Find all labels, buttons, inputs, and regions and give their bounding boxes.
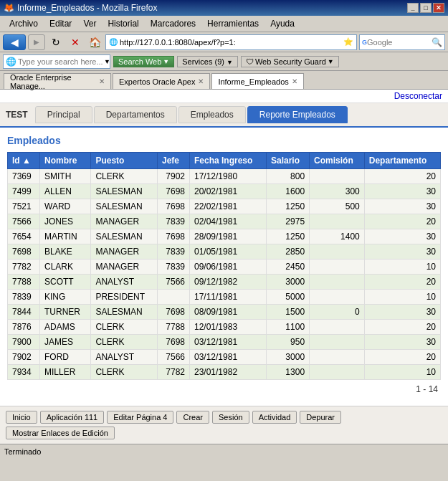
- google-search-input[interactable]: [367, 38, 432, 47]
- tab-departamentos[interactable]: Departamentos: [94, 106, 177, 123]
- tab-principal[interactable]: Principal: [35, 106, 92, 123]
- page-search-box[interactable]: 🌐 ▼: [3, 54, 110, 69]
- dev-btn-inicio[interactable]: Inicio: [6, 411, 37, 424]
- minimize-button[interactable]: _: [407, 3, 419, 13]
- table-cell: CLARK: [40, 259, 91, 275]
- status-text: Terminado: [4, 447, 41, 456]
- col-header-jefe[interactable]: Jefe: [158, 153, 190, 169]
- table-cell: [310, 169, 365, 184]
- table-cell: 7369: [8, 169, 40, 184]
- back-button[interactable]: ◀: [3, 34, 26, 50]
- table-cell: [310, 275, 365, 290]
- dev-btn-aplicación-111[interactable]: Aplicación 111: [40, 411, 105, 424]
- tab-oracle-enterprise-close[interactable]: ✕: [99, 77, 105, 85]
- search-web-button[interactable]: Search Web ▼: [113, 56, 174, 67]
- table-cell: JONES: [40, 214, 91, 229]
- dev-btn-depurar[interactable]: Depurar: [300, 411, 341, 424]
- page-search-input[interactable]: [18, 57, 104, 66]
- menubar-item-archivo[interactable]: Archivo: [4, 17, 44, 30]
- menubar: ArchivoEditarVerHistorialMarcadoresHerra…: [0, 16, 448, 32]
- table-cell: MARTIN: [40, 229, 91, 244]
- window-controls[interactable]: _ □ ✕: [407, 3, 444, 13]
- table-cell: SALESMAN: [91, 305, 158, 320]
- col-header-comision[interactable]: Comisión: [310, 153, 365, 169]
- table-cell: [310, 214, 365, 229]
- dev-btn-crear[interactable]: Crear: [176, 411, 209, 424]
- table-cell: 7698: [158, 335, 190, 350]
- table-cell: 2850: [266, 244, 309, 259]
- table-cell: 20: [364, 350, 440, 365]
- table-cell: 7782: [8, 259, 40, 275]
- table-cell: 7782: [158, 365, 190, 380]
- tab-expertos-oracle[interactable]: Expertos Oracle Apex ✕: [113, 73, 210, 89]
- url-icon: 🌐: [109, 38, 118, 46]
- content-area: Desconectar TEST Principal Departamentos…: [0, 90, 448, 444]
- table-cell: 7566: [158, 350, 190, 365]
- table-row: 7698BLAKEMANAGER783901/05/1981285030: [8, 244, 441, 259]
- tab-expertos-oracle-close[interactable]: ✕: [198, 77, 204, 85]
- services-button[interactable]: Services (9) ▼: [177, 56, 238, 67]
- tab-informe-empleados-close[interactable]: ✕: [292, 77, 297, 85]
- table-cell: 30: [364, 199, 440, 214]
- table-cell: 7698: [158, 305, 190, 320]
- maximize-button[interactable]: □: [420, 3, 432, 13]
- menubar-item-marcadores[interactable]: Marcadores: [145, 17, 201, 30]
- menubar-item-ver[interactable]: Ver: [77, 17, 102, 30]
- dev-btn-editar-página-4[interactable]: Editar Página 4: [107, 411, 173, 424]
- google-search-box[interactable]: G 🔍: [359, 34, 445, 50]
- table-cell: 950: [266, 335, 309, 350]
- col-header-puesto[interactable]: Puesto: [91, 153, 158, 169]
- table-cell: WARD: [40, 199, 91, 214]
- table-cell: 7876: [8, 320, 40, 335]
- table-cell: 3000: [266, 350, 309, 365]
- services-label: Services (9): [182, 57, 224, 66]
- table-cell: 7566: [8, 214, 40, 229]
- table-cell: 1250: [266, 229, 309, 244]
- table-cell: 7902: [158, 169, 190, 184]
- stop-button[interactable]: ✕: [67, 34, 84, 50]
- url-input[interactable]: [120, 38, 343, 47]
- forward-button[interactable]: ▶: [28, 34, 45, 50]
- col-header-id[interactable]: Id ▲: [8, 153, 40, 169]
- tab-oracle-enterprise[interactable]: Oracle Enterprise Manage... ✕: [4, 73, 111, 89]
- menubar-item-historial[interactable]: Historial: [102, 17, 144, 30]
- menubar-item-editar[interactable]: Editar: [44, 17, 77, 30]
- url-bar[interactable]: 🌐 ⭐: [105, 34, 357, 50]
- table-cell: 08/09/1981: [190, 305, 267, 320]
- home-button[interactable]: 🏠: [86, 34, 103, 50]
- dev-btn-actividad[interactable]: Actividad: [252, 411, 297, 424]
- table-cell: [158, 290, 190, 305]
- col-header-nombre[interactable]: Nombre: [40, 153, 91, 169]
- close-button[interactable]: ✕: [433, 3, 444, 13]
- security-label: Web Security Guard: [255, 57, 326, 66]
- tab-empleados[interactable]: Empleados: [178, 106, 246, 123]
- dev-btn-mostrar-enlaces-de-edición[interactable]: Mostrar Enlaces de Edición: [6, 427, 115, 439]
- window-title: 🦊 Informe_Empleados - Mozilla Firefox: [4, 3, 157, 13]
- table-cell: SMITH: [40, 169, 91, 184]
- tab-informe-empleados[interactable]: Informe_Empleados ✕: [211, 73, 303, 89]
- table-cell: ANALYST: [91, 275, 158, 290]
- col-header-fecha[interactable]: Fecha Ingreso: [190, 153, 267, 169]
- security-guard-button[interactable]: 🛡 Web Security Guard ▼: [241, 56, 339, 67]
- desconectar-link[interactable]: Desconectar: [394, 91, 442, 101]
- col-header-departamento[interactable]: Departamento: [364, 153, 440, 169]
- table-cell: 7839: [158, 214, 190, 229]
- table-cell: 800: [266, 169, 309, 184]
- table-cell: 10: [364, 365, 440, 380]
- menubar-item-herramientas[interactable]: Herramientas: [201, 17, 264, 30]
- table-cell: 2450: [266, 259, 309, 275]
- table-cell: SALESMAN: [91, 199, 158, 214]
- col-header-salario[interactable]: Salario: [266, 153, 309, 169]
- table-cell: [310, 320, 365, 335]
- menubar-item-ayuda[interactable]: Ayuda: [264, 17, 300, 30]
- table-cell: TURNER: [40, 305, 91, 320]
- table-cell: 7788: [8, 275, 40, 290]
- table-cell: 1100: [266, 320, 309, 335]
- reload-button[interactable]: ↻: [47, 34, 65, 50]
- toolbar-navigation: ◀ ▶ ↻ ✕ 🏠 🌐 ⭐ G 🔍: [0, 32, 448, 52]
- dev-btn-sesión[interactable]: Sesión: [212, 411, 249, 424]
- table-cell: 1600: [266, 184, 309, 199]
- tab-reporte-empleados[interactable]: Reporte Empleados: [247, 106, 348, 123]
- window-titlebar: 🦊 Informe_Empleados - Mozilla Firefox _ …: [0, 0, 448, 16]
- table-row: 7566JONESMANAGER783902/04/1981297520: [8, 214, 441, 229]
